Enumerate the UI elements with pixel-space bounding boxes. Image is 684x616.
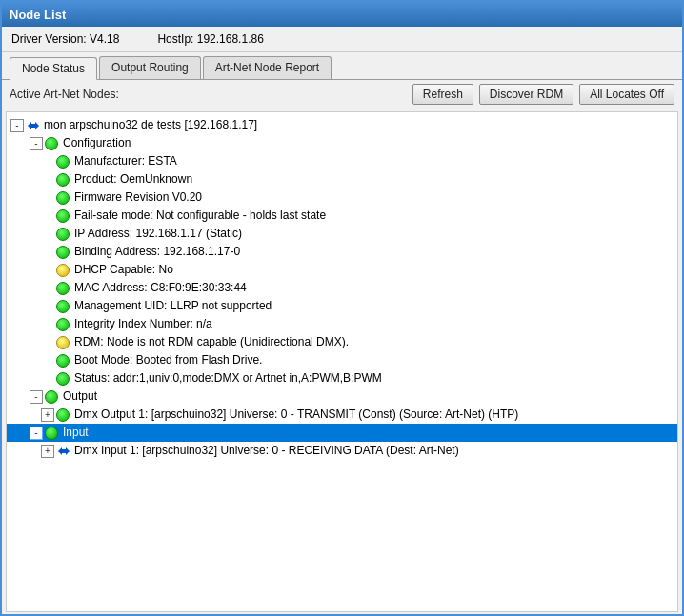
active-nodes-label: Active Art-Net Nodes: bbox=[10, 88, 119, 101]
tree-row-input[interactable]: - Input bbox=[7, 424, 677, 442]
dmx-output-icon bbox=[56, 408, 71, 422]
expander-input[interactable]: - bbox=[30, 427, 43, 440]
tab-artnet-node-report[interactable]: Art-Net Node Report bbox=[203, 56, 332, 79]
config-child-icon-8 bbox=[56, 300, 71, 313]
svg-marker-1 bbox=[58, 447, 70, 455]
title-bar: Node List bbox=[2, 2, 682, 27]
expander-config[interactable]: - bbox=[30, 137, 43, 150]
tree-row-root[interactable]: - mon arpschuino32 de tests [192.168.1.1… bbox=[7, 116, 677, 134]
input-icon bbox=[45, 427, 60, 440]
config-child-icon-4 bbox=[56, 228, 71, 241]
dmx-input-label: Dmx Input 1: [arpschuino32] Universe: 0 … bbox=[74, 443, 459, 459]
dmx-output-label: Dmx Output 1: [arpschuino32] Universe: 0… bbox=[74, 407, 518, 423]
host-ip: HostIp: 192.168.1.86 bbox=[157, 32, 263, 46]
config-child-text-12: Status: addr:1,univ:0,mode:DMX or Artnet… bbox=[74, 370, 382, 387]
tree-row-dmx-input[interactable]: + Dmx Input 1: [arpschuino32] Universe: … bbox=[7, 442, 677, 460]
refresh-button[interactable]: Refresh bbox=[412, 84, 473, 105]
config-child-icon-10 bbox=[56, 336, 71, 349]
config-child-text-5: Binding Address: 192.168.1.17-0 bbox=[74, 244, 240, 260]
config-child-text-3: Fail-safe mode: Not configurable - holds… bbox=[74, 208, 326, 224]
tree-row-config[interactable]: - Configuration bbox=[7, 134, 677, 152]
tree-row-config-child-10[interactable]: RDM: Node is not RDM capable (Unidirecti… bbox=[7, 333, 677, 351]
driver-version: Driver Version: V4.18 bbox=[11, 32, 119, 46]
toolbar-row: Active Art-Net Nodes: Refresh Discover R… bbox=[2, 80, 682, 109]
tab-output-routing[interactable]: Output Routing bbox=[99, 56, 201, 79]
config-child-icon-2 bbox=[56, 191, 71, 205]
expander-root[interactable]: - bbox=[10, 119, 24, 132]
config-child-icon-12 bbox=[56, 372, 71, 386]
svg-marker-0 bbox=[28, 122, 39, 129]
config-child-icon-11 bbox=[56, 354, 71, 368]
tree-row-config-child-4[interactable]: IP Address: 192.168.1.17 (Static) bbox=[7, 225, 677, 243]
tree-row-output[interactable]: - Output bbox=[7, 387, 677, 406]
tree-row-dmx-output[interactable]: + Dmx Output 1: [arpschuino32] Universe:… bbox=[7, 406, 677, 424]
blue-arrows-icon bbox=[26, 119, 41, 132]
tree-row-config-child-7[interactable]: MAC Address: C8:F0:9E:30:33:44 bbox=[7, 279, 677, 297]
config-child-text-1: Product: OemUnknown bbox=[74, 171, 192, 188]
output-section-label: Output bbox=[63, 388, 97, 405]
config-section-label: Configuration bbox=[63, 135, 131, 151]
input-section-label: Input bbox=[63, 425, 89, 441]
tree-row-config-child-11[interactable]: Boot Mode: Booted from Flash Drive. bbox=[7, 351, 677, 369]
config-child-text-2: Firmware Revision V0.20 bbox=[74, 189, 202, 206]
config-child-icon-3 bbox=[56, 209, 71, 223]
config-child-icon-5 bbox=[56, 246, 71, 259]
expander-dmx-input[interactable]: + bbox=[41, 445, 54, 458]
tree-row-config-child-3[interactable]: Fail-safe mode: Not configurable - holds… bbox=[7, 207, 677, 225]
tree-row-config-child-9[interactable]: Integrity Index Number: n/a bbox=[7, 315, 677, 333]
tree-row-config-child-2[interactable]: Firmware Revision V0.20 bbox=[7, 189, 677, 207]
config-child-text-9: Integrity Index Number: n/a bbox=[74, 316, 212, 332]
dmx-input-icon bbox=[56, 445, 71, 458]
config-child-icon-0 bbox=[56, 155, 71, 169]
tree-row-config-child-0[interactable]: Manufacturer: ESTA bbox=[7, 152, 677, 170]
config-child-text-0: Manufacturer: ESTA bbox=[74, 153, 177, 169]
tree-row-config-child-6[interactable]: DHCP Capable: No bbox=[7, 261, 677, 279]
config-child-text-8: Management UID: LLRP not supported bbox=[74, 298, 272, 314]
expander-dmx-output[interactable]: + bbox=[41, 408, 54, 422]
all-locates-off-button[interactable]: All Locates Off bbox=[579, 84, 674, 105]
window-title: Node List bbox=[10, 8, 66, 22]
root-node-label: mon arpschuino32 de tests [192.168.1.17] bbox=[44, 117, 257, 133]
output-icon bbox=[45, 390, 60, 404]
config-child-text-11: Boot Mode: Booted from Flash Drive. bbox=[74, 352, 262, 368]
config-icon bbox=[45, 137, 60, 150]
config-child-icon-6 bbox=[56, 264, 71, 277]
tabs-row: Node Status Output Routing Art-Net Node … bbox=[2, 52, 682, 80]
discover-rdm-button[interactable]: Discover RDM bbox=[479, 84, 573, 105]
config-child-icon-1 bbox=[56, 173, 71, 187]
config-child-text-6: DHCP Capable: No bbox=[74, 262, 173, 278]
config-child-text-4: IP Address: 192.168.1.17 (Static) bbox=[74, 226, 242, 242]
config-child-icon-7 bbox=[56, 282, 71, 295]
config-child-text-10: RDM: Node is not RDM capable (Unidirecti… bbox=[74, 334, 349, 350]
expander-output[interactable]: - bbox=[30, 390, 43, 404]
config-child-icon-9 bbox=[56, 318, 71, 331]
tree-row-config-child-5[interactable]: Binding Address: 192.168.1.17-0 bbox=[7, 243, 677, 261]
tree-row-config-child-12[interactable]: Status: addr:1,univ:0,mode:DMX or Artnet… bbox=[7, 369, 677, 387]
config-child-text-7: MAC Address: C8:F0:9E:30:33:44 bbox=[74, 280, 247, 296]
tab-node-status[interactable]: Node Status bbox=[10, 57, 97, 80]
tree-row-config-child-1[interactable]: Product: OemUnknown bbox=[7, 170, 677, 189]
main-window: Node List Driver Version: V4.18 HostIp: … bbox=[0, 0, 684, 616]
info-bar: Driver Version: V4.18 HostIp: 192.168.1.… bbox=[2, 27, 682, 52]
tree-row-config-child-8[interactable]: Management UID: LLRP not supported bbox=[7, 297, 677, 315]
tree-area[interactable]: - mon arpschuino32 de tests [192.168.1.1… bbox=[6, 111, 678, 612]
